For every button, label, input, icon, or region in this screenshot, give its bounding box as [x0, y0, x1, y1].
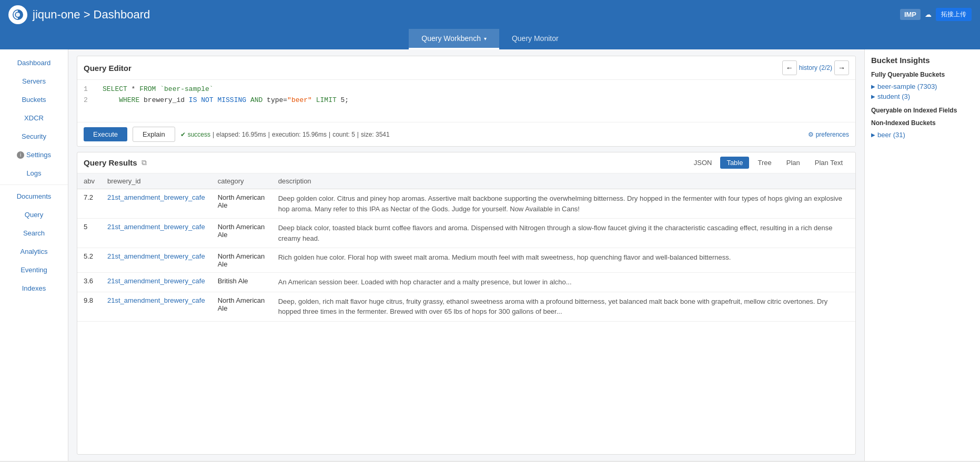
col-description: description	[272, 173, 855, 189]
cloud-icon: ☁	[925, 11, 932, 18]
cell-brewery_id: 21st_amendment_brewery_cafe	[101, 219, 211, 248]
sidebar-item-servers[interactable]: Servers	[0, 72, 68, 90]
sidebar-item-xdcr[interactable]: XDCR	[0, 109, 68, 127]
bucket-name-student: student (3)	[877, 93, 910, 100]
cell-category: British Ale	[211, 273, 272, 292]
copy-icon[interactable]: ⧉	[142, 158, 147, 167]
execution-text: execution: 15.96ms	[272, 131, 327, 138]
connect-button[interactable]: 拓接上传	[936, 8, 972, 21]
info-icon: i	[17, 151, 24, 159]
elapsed-text: elapsed: 16.95ms	[216, 131, 266, 138]
section-non-indexed: Non-Indexed Buckets	[871, 119, 974, 127]
view-tabs: JSON Table Tree Plan Plan Text	[688, 157, 849, 169]
history-prev-button[interactable]: ←	[782, 60, 797, 75]
success-icon: ✔	[180, 131, 186, 138]
bucket-insights-title: Bucket Insights	[871, 56, 974, 65]
results-table-wrap[interactable]: abv brewery_id category description 7.22…	[77, 173, 855, 454]
content-area: Query Editor ← history (2/2) → 1 SELECT …	[68, 49, 864, 461]
tab-tree[interactable]: Tree	[751, 157, 777, 169]
bucket-name-beer: beer (31)	[877, 131, 905, 139]
tab-query-workbench[interactable]: Query Workbench ▾	[409, 29, 499, 49]
size-text: size: 3541	[361, 131, 390, 138]
sidebar-item-indexes[interactable]: Indexes	[0, 279, 68, 297]
imp-badge: IMP	[900, 9, 921, 20]
history-controls: ← history (2/2) →	[782, 60, 849, 75]
cell-description: Rich golden hue color. Floral hop with s…	[272, 248, 855, 273]
sidebar-item-query[interactable]: Query	[0, 206, 68, 224]
bucket-item-student[interactable]: ▶ student (3)	[871, 91, 974, 101]
cell-description: An American session beer. Loaded with ho…	[272, 273, 855, 292]
bucket-name-beer-sample: beer-sample (7303)	[877, 83, 937, 90]
execute-button[interactable]: Execute	[84, 127, 127, 141]
tab-table[interactable]: Table	[720, 157, 749, 169]
section-fully-queryable: Fully Queryable Buckets	[871, 71, 974, 78]
status-separator-1: |	[213, 131, 214, 138]
bucket-arrow-icon: ▶	[871, 84, 875, 89]
nav-tabs: Query Workbench ▾ Query Monitor	[0, 29, 980, 49]
col-category: category	[211, 173, 272, 189]
status-separator-4: |	[357, 131, 359, 138]
tab-plan[interactable]: Plan	[780, 157, 806, 169]
table-row: 521st_amendment_brewery_cafeNorth Americ…	[77, 219, 855, 248]
tab-plan-text[interactable]: Plan Text	[809, 157, 849, 169]
table-row: 7.221st_amendment_brewery_cafeNorth Amer…	[77, 189, 855, 219]
explain-button[interactable]: Explain	[133, 127, 175, 142]
sidebar-item-settings[interactable]: i Settings	[0, 146, 68, 164]
sidebar-item-documents[interactable]: Documents	[0, 187, 68, 206]
sidebar-item-buckets[interactable]: Buckets	[0, 90, 68, 109]
code-line-2: 2 WHERE brewery_id IS NOT MISSING AND ty…	[84, 95, 849, 106]
cell-category: North American Ale	[211, 292, 272, 321]
cell-abv: 7.2	[77, 189, 101, 219]
bucket-item-beer[interactable]: ▶ beer (31)	[871, 130, 974, 140]
bucket-arrow-icon-3: ▶	[871, 132, 875, 138]
cell-category: North American Ale	[211, 248, 272, 273]
cell-brewery_id: 21st_amendment_brewery_cafe	[101, 189, 211, 219]
sidebar-item-search[interactable]: Search	[0, 224, 68, 242]
bucket-item-beer-sample[interactable]: ▶ beer-sample (7303)	[871, 81, 974, 91]
line-number-2: 2	[84, 95, 94, 106]
count-text: count: 5	[332, 131, 355, 138]
right-panel: Bucket Insights Fully Queryable Buckets …	[864, 49, 980, 461]
cell-category: North American Ale	[211, 189, 272, 219]
cell-abv: 9.8	[77, 292, 101, 321]
code-line-1: 1 SELECT * FROM `beer-sample`	[84, 84, 849, 95]
query-editor-card: Query Editor ← history (2/2) → 1 SELECT …	[77, 56, 856, 147]
results-card: Query Results ⧉ JSON Table Tree Plan Pla…	[77, 152, 856, 455]
header-title: jiqun-one > Dashboard	[33, 8, 150, 22]
col-brewery-id: brewery_id	[101, 173, 211, 189]
line-number-1: 1	[84, 84, 94, 95]
tab-query-monitor[interactable]: Query Monitor	[499, 29, 571, 49]
query-editor-title: Query Editor	[84, 64, 132, 73]
main-layout: Dashboard Servers Buckets XDCR Security …	[0, 49, 980, 461]
cell-description: Deep golden color. Citrus and piney hop …	[272, 189, 855, 219]
results-table: abv brewery_id category description 7.22…	[77, 173, 855, 322]
preferences-link[interactable]: ⚙ preferences	[808, 131, 849, 138]
history-label[interactable]: history (2/2)	[799, 64, 832, 71]
bucket-arrow-icon-2: ▶	[871, 94, 875, 99]
code-editor[interactable]: 1 SELECT * FROM `beer-sample` 2 WHERE br…	[77, 80, 855, 122]
status-separator-2: |	[268, 131, 270, 138]
top-header: jiqun-one > Dashboard IMP ☁ 拓接上传	[0, 0, 980, 29]
section-indexed-fields: Queryable on Indexed Fields	[871, 107, 974, 114]
table-row: 5.221st_amendment_brewery_cafeNorth Amer…	[77, 248, 855, 273]
cell-description: Deep, golden, rich malt flavor huge citr…	[272, 292, 855, 321]
header-right: IMP ☁ 拓接上传	[900, 8, 972, 21]
cell-brewery_id: 21st_amendment_brewery_cafe	[101, 248, 211, 273]
status-separator-3: |	[329, 131, 330, 138]
results-title: Query Results	[84, 158, 137, 167]
tab-json[interactable]: JSON	[688, 157, 719, 169]
sidebar-item-analytics[interactable]: Analytics	[0, 242, 68, 261]
chevron-down-icon: ▾	[484, 36, 487, 42]
success-word: success	[188, 131, 210, 138]
cell-category: North American Ale	[211, 219, 272, 248]
table-header-row: abv brewery_id category description	[77, 173, 855, 189]
sidebar-item-dashboard[interactable]: Dashboard	[0, 54, 68, 72]
sidebar-item-logs[interactable]: Logs	[0, 164, 68, 182]
sidebar-item-security[interactable]: Security	[0, 127, 68, 146]
cell-abv: 5.2	[77, 248, 101, 273]
history-next-button[interactable]: →	[834, 60, 849, 75]
cell-abv: 3.6	[77, 273, 101, 292]
status-text: ✔ success | elapsed: 16.95ms | execution…	[180, 131, 390, 138]
sidebar-item-eventing[interactable]: Eventing	[0, 261, 68, 279]
cell-abv: 5	[77, 219, 101, 248]
